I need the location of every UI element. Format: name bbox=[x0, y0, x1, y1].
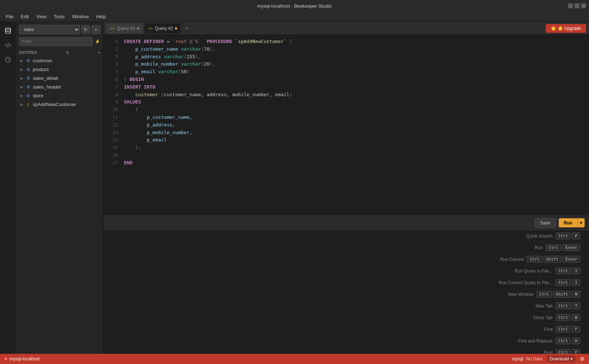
tab-query2[interactable]: <> Query #2 bbox=[144, 23, 181, 34]
tab-label: Query #2 bbox=[155, 26, 173, 31]
settings-icon[interactable]: ⚙ bbox=[580, 356, 585, 362]
code-editor[interactable]: 12345 678910 1112131415 1617 CREATE DEFI… bbox=[104, 35, 589, 215]
menu-view[interactable]: View bbox=[33, 12, 49, 21]
shortcut-label: Find bbox=[112, 327, 553, 332]
tab-dot-modified bbox=[175, 27, 177, 30]
status-database: mysql bbox=[512, 356, 523, 361]
shortcut-run-current: Run Current Ctrl Shift Enter bbox=[104, 254, 589, 265]
main-layout: sales ↻ + ⚡ ENTITIES 6 + ▶ ⊞ customer ▶ … bbox=[0, 22, 589, 354]
new-tab-button[interactable]: + bbox=[182, 24, 191, 33]
tab-query1[interactable]: <> Query #1 bbox=[106, 23, 143, 34]
entity-sales-header[interactable]: ▶ ⊞ sales_header bbox=[17, 83, 102, 91]
table-icon: ⊞ bbox=[26, 58, 31, 63]
close-button[interactable]: ✕ bbox=[581, 3, 586, 8]
shortcut-keys: Ctrl Shift N bbox=[537, 291, 580, 298]
proc-icon: i bbox=[26, 102, 31, 107]
activity-code-icon[interactable] bbox=[2, 39, 14, 51]
shortcut-keys: Ctrl Shift Enter bbox=[527, 256, 580, 263]
entity-name: sales_detail bbox=[33, 75, 58, 81]
key-f: F bbox=[572, 326, 580, 333]
entity-spaddnewcustomer[interactable]: ▶ i spAddNewCustomer bbox=[17, 100, 102, 109]
editor-toolbar: Save Run ▾ bbox=[104, 215, 589, 230]
no-data-label: No Data bbox=[526, 356, 542, 361]
run-button-group: Run ▾ bbox=[559, 218, 585, 227]
shortcut-find: Find Ctrl F bbox=[104, 324, 589, 335]
entity-name: store bbox=[33, 93, 43, 98]
status-bar: mysql-localhost mysql No Data Download ▾… bbox=[0, 354, 589, 364]
entity-store[interactable]: ▶ ⊞ store bbox=[17, 91, 102, 100]
key-p: P bbox=[572, 232, 580, 239]
database-select[interactable]: sales bbox=[19, 25, 80, 34]
run-button[interactable]: Run bbox=[559, 218, 577, 227]
table-icon: ⊞ bbox=[26, 93, 31, 98]
menu-help[interactable]: Help bbox=[93, 12, 109, 21]
add-entity-button[interactable]: + bbox=[98, 50, 100, 55]
shortcut-keys: Ctrl T bbox=[555, 302, 580, 309]
status-connection: mysql-localhost bbox=[4, 356, 40, 361]
key-ctrl: Ctrl bbox=[555, 326, 571, 333]
shortcut-label: Run Current bbox=[112, 257, 524, 262]
menu-tools[interactable]: Tools bbox=[51, 12, 67, 21]
shortcut-label: Close Tab bbox=[112, 315, 553, 320]
filter-input[interactable] bbox=[19, 37, 93, 46]
key-shift: Shift bbox=[543, 256, 561, 263]
dropdown-chevron-icon: ▾ bbox=[570, 356, 573, 361]
menu-edit[interactable]: Edit bbox=[18, 12, 32, 21]
shortcut-label: New Window bbox=[112, 292, 534, 297]
minimize-button[interactable]: ─ bbox=[568, 3, 573, 8]
svg-point-0 bbox=[5, 28, 11, 30]
entity-name: sales_header bbox=[33, 84, 61, 90]
entities-count: 6 bbox=[66, 50, 69, 55]
entity-product[interactable]: ▶ ⊞ product bbox=[17, 65, 102, 74]
tab-bar: <> Query #1 <> Query #2 + ⭐ ⭐ Upgrade bbox=[104, 22, 589, 35]
entities-label: ENTITIES bbox=[19, 50, 37, 55]
query-icon: <> bbox=[148, 26, 153, 31]
key-ctrl: Ctrl bbox=[537, 291, 552, 298]
activity-bar bbox=[0, 22, 16, 354]
download-button[interactable]: Download ▾ bbox=[547, 356, 576, 362]
entity-customer[interactable]: ▶ ⊞ customer bbox=[17, 56, 102, 65]
shortcut-keys: Ctrl F bbox=[555, 349, 580, 354]
menu-window[interactable]: Window bbox=[69, 12, 92, 21]
shortcut-label: Find and Replace bbox=[112, 338, 553, 344]
connection-status-dot bbox=[4, 357, 7, 360]
shortcut-label: Run bbox=[112, 245, 543, 250]
key-i: I bbox=[572, 279, 580, 286]
entity-list: ▶ ⊞ customer ▶ ⊞ product ▶ ⊞ sales_detai… bbox=[16, 56, 103, 354]
shortcut-label: Find bbox=[112, 350, 553, 354]
key-ctrl: Ctrl bbox=[555, 337, 571, 344]
shortcut-find2: Find Ctrl F bbox=[104, 347, 589, 354]
menu-bar: File Edit View Tools Window Help bbox=[0, 12, 589, 22]
menu-file[interactable]: File bbox=[3, 12, 16, 21]
code-area: 12345 678910 1112131415 1617 CREATE DEFI… bbox=[104, 35, 589, 215]
key-ctrl: Ctrl bbox=[527, 256, 542, 263]
activity-database-icon[interactable] bbox=[2, 25, 14, 36]
maximize-button[interactable]: □ bbox=[574, 3, 580, 8]
key-ctrl: Ctrl bbox=[555, 349, 571, 354]
save-button[interactable]: Save bbox=[535, 218, 555, 228]
run-dropdown-button[interactable]: ▾ bbox=[577, 218, 585, 227]
shortcut-label: New Tab bbox=[112, 304, 553, 309]
entity-sales-detail[interactable]: ▶ ⊞ sales_detail bbox=[17, 74, 102, 82]
key-ctrl: Ctrl bbox=[555, 279, 571, 286]
chevron-icon: ▶ bbox=[20, 94, 23, 98]
download-label: Download bbox=[550, 356, 569, 361]
content-area: <> Query #1 <> Query #2 + ⭐ ⭐ Upgrade 1 bbox=[104, 22, 589, 354]
table-icon: ⊞ bbox=[26, 67, 31, 72]
upgrade-star-icon: ⭐ bbox=[551, 26, 556, 31]
upgrade-button[interactable]: ⭐ ⭐ Upgrade bbox=[546, 24, 586, 33]
filter-bar: ⚡ bbox=[16, 37, 103, 49]
key-enter: Enter bbox=[562, 256, 580, 263]
key-ctrl: Ctrl bbox=[555, 267, 571, 274]
shortcut-run: Run Ctrl Enter bbox=[104, 242, 589, 254]
shortcut-quick-search: Quick Search Ctrl P bbox=[104, 230, 589, 242]
code-content[interactable]: CREATE DEFINER = `root`@`%` PROCEDURE `s… bbox=[121, 35, 589, 215]
shortcut-close-tab: Close Tab Ctrl W bbox=[104, 312, 589, 324]
add-connection-button[interactable]: + bbox=[91, 25, 100, 34]
refresh-button[interactable]: ↻ bbox=[81, 25, 90, 34]
shortcut-keys: Ctrl P bbox=[555, 232, 580, 239]
activity-history-icon[interactable] bbox=[2, 54, 14, 66]
table-icon: ⊞ bbox=[26, 76, 31, 81]
entities-header: ENTITIES 6 + bbox=[16, 49, 103, 56]
key-i: I bbox=[572, 267, 580, 274]
